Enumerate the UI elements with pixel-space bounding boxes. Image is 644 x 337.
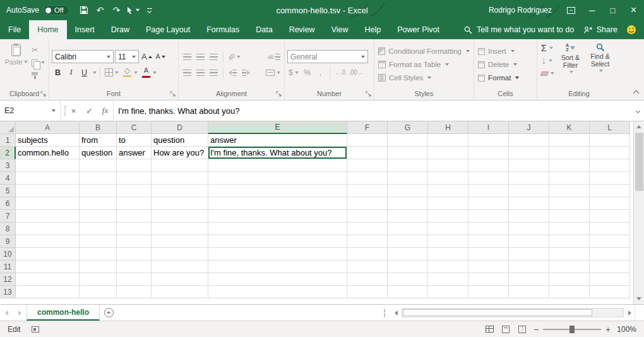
redo-button[interactable]: ↷	[109, 1, 125, 19]
tab-splitter-handle[interactable]	[384, 309, 388, 317]
column-header-B[interactable]: B	[80, 121, 117, 134]
cell-D11[interactable]	[152, 260, 208, 273]
cell-C9[interactable]	[117, 235, 152, 248]
cell-J1[interactable]	[509, 134, 549, 147]
cell-I10[interactable]	[468, 248, 509, 260]
column-header-L[interactable]: L	[590, 121, 630, 134]
cell-E9[interactable]	[208, 235, 347, 248]
cell-E1[interactable]: answer	[208, 134, 347, 147]
cell-G11[interactable]	[388, 260, 428, 273]
row-header-1[interactable]: 1	[0, 134, 16, 147]
column-header-E[interactable]: E	[208, 121, 347, 134]
format-cells-button[interactable]: Format	[474, 71, 537, 84]
row-header-2[interactable]: 2	[0, 147, 16, 159]
cell-D10[interactable]	[152, 248, 208, 260]
cell-A3[interactable]	[16, 159, 80, 172]
cell-A1[interactable]: subjects	[16, 134, 80, 147]
insert-function-button[interactable]: fx	[97, 101, 113, 121]
cell-L9[interactable]	[590, 235, 630, 248]
cell-I7[interactable]	[468, 210, 509, 223]
cell-G10[interactable]	[388, 248, 428, 260]
cell-L2[interactable]	[590, 147, 630, 159]
cell-A4[interactable]	[16, 172, 80, 185]
underline-button[interactable]: U	[78, 66, 90, 79]
cell-K11[interactable]	[549, 260, 590, 273]
align-top-button[interactable]	[181, 50, 193, 63]
cell-I2[interactable]	[468, 147, 509, 159]
name-box[interactable]: E2	[0, 101, 61, 121]
cell-A5[interactable]	[16, 185, 80, 197]
cell-E3[interactable]	[208, 159, 347, 172]
decrease-font-size-button[interactable]: A	[155, 50, 167, 63]
cell-C13[interactable]	[117, 286, 152, 298]
decrease-decimal-button[interactable]: .00→	[348, 66, 364, 79]
vertical-scrollbar-thumb[interactable]	[635, 133, 643, 191]
paste-button[interactable]: Paste	[4, 42, 28, 66]
borders-button[interactable]	[104, 66, 120, 79]
insert-cells-button[interactable]: Insert	[474, 45, 537, 58]
cell-H10[interactable]	[428, 248, 468, 260]
accounting-format-button[interactable]: $	[287, 66, 300, 79]
cell-B12[interactable]	[80, 273, 117, 286]
hscroll-left-button[interactable]	[391, 305, 401, 321]
column-header-A[interactable]: A	[16, 121, 80, 134]
row-header-10[interactable]: 10	[0, 248, 16, 260]
autosave-toggle[interactable]: AutoSave Off	[0, 5, 76, 15]
record-macro-button[interactable]	[28, 326, 42, 333]
cell-G4[interactable]	[388, 172, 428, 185]
cell-B9[interactable]	[80, 235, 117, 248]
tell-me-box[interactable]: Tell me what you want to do	[464, 20, 574, 39]
cell-G8[interactable]	[388, 223, 428, 235]
column-header-D[interactable]: D	[152, 121, 208, 134]
scroll-down-button[interactable]	[634, 293, 644, 304]
clipboard-dialog-launcher-icon[interactable]	[40, 91, 47, 97]
zoom-out-button[interactable]: −	[530, 324, 542, 334]
cell-I1[interactable]	[468, 134, 509, 147]
select-all-button[interactable]	[0, 121, 16, 134]
cell-E11[interactable]	[208, 260, 347, 273]
cell-E2[interactable]: I'm fine, thanks. What about you?	[208, 147, 347, 159]
cell-A7[interactable]	[16, 210, 80, 223]
cell-F4[interactable]	[347, 172, 388, 185]
cell-F9[interactable]	[347, 235, 388, 248]
cell-J11[interactable]	[509, 260, 549, 273]
cell-D3[interactable]	[152, 159, 208, 172]
decrease-indent-button[interactable]	[227, 66, 239, 79]
cell-I11[interactable]	[468, 260, 509, 273]
find-select-button[interactable]: Find & Select	[585, 40, 615, 72]
column-header-J[interactable]: J	[509, 121, 549, 134]
clear-button[interactable]	[541, 67, 554, 80]
name-box-dropdown-icon[interactable]	[52, 109, 56, 112]
enter-button[interactable]: ✓	[81, 101, 97, 121]
comma-style-button[interactable]: ,	[314, 66, 326, 79]
tab-draw[interactable]: Draw	[103, 20, 138, 39]
cell-J5[interactable]	[509, 185, 549, 197]
cell-H7[interactable]	[428, 210, 468, 223]
cell-C3[interactable]	[117, 159, 152, 172]
cell-K8[interactable]	[549, 223, 590, 235]
cell-B7[interactable]	[80, 210, 117, 223]
increase-decimal-button[interactable]: ←.0	[333, 66, 347, 79]
number-dialog-launcher-icon[interactable]	[366, 91, 372, 97]
cell-J3[interactable]	[509, 159, 549, 172]
cell-K1[interactable]	[549, 134, 590, 147]
cell-F8[interactable]	[347, 223, 388, 235]
font-dialog-launcher-icon[interactable]	[170, 91, 176, 97]
cell-F12[interactable]	[347, 273, 388, 286]
cell-F3[interactable]	[347, 159, 388, 172]
tab-page-layout[interactable]: Page Layout	[138, 20, 198, 39]
cell-A6[interactable]	[16, 197, 80, 210]
align-middle-button[interactable]	[194, 50, 206, 63]
row-header-5[interactable]: 5	[0, 185, 16, 197]
formula-bar-splitter[interactable]	[61, 106, 66, 116]
cell-F1[interactable]	[347, 134, 388, 147]
tab-view[interactable]: View	[323, 20, 357, 39]
cell-A11[interactable]	[16, 260, 80, 273]
wrap-text-button[interactable]: ab	[266, 50, 282, 63]
tab-insert[interactable]: Insert	[67, 20, 103, 39]
cell-L7[interactable]	[590, 210, 630, 223]
cell-I3[interactable]	[468, 159, 509, 172]
cell-H1[interactable]	[428, 134, 468, 147]
cell-A10[interactable]	[16, 248, 80, 260]
percent-style-button[interactable]: %	[301, 66, 313, 79]
